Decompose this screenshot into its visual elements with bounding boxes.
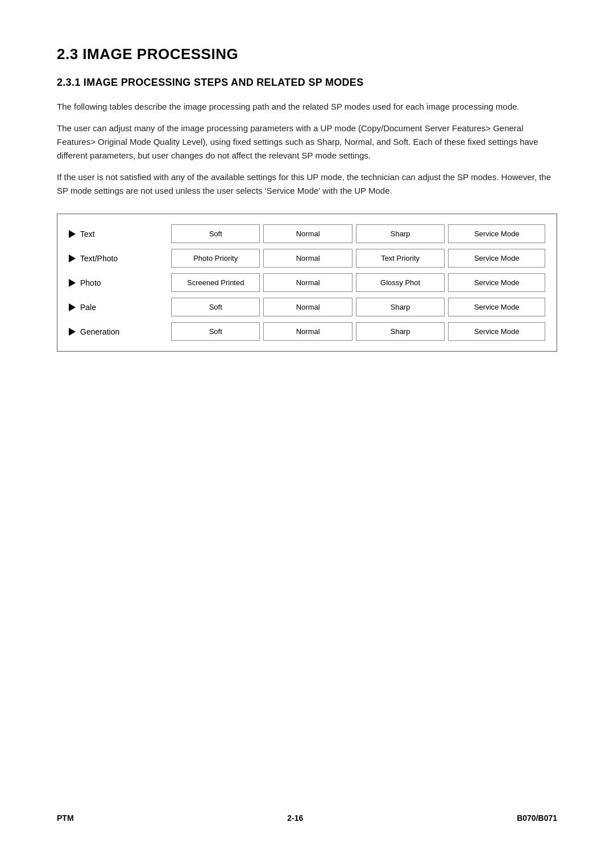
cell-col3: Sharp	[356, 224, 445, 243]
page-footer: PTM 2-16 B070/B071	[57, 791, 557, 823]
cell-col1: Soft	[171, 224, 260, 243]
cell-col2: Normal	[263, 298, 352, 316]
table-row: Text/Photo Photo Priority Normal Text Pr…	[69, 249, 545, 268]
cell-col1: Soft	[171, 322, 260, 341]
cell-col4: Service Mode	[448, 224, 545, 243]
cell-col4: Service Mode	[448, 273, 545, 292]
mode-label: Photo	[80, 278, 101, 287]
mode-table: Text Soft Normal Sharp Service Mode Text…	[57, 214, 557, 352]
cell-col1: Screened Printed	[171, 273, 260, 292]
footer-center: 2-16	[287, 813, 303, 823]
arrow-icon	[69, 303, 76, 311]
cell-col3: Sharp	[356, 298, 445, 316]
cell-col2: Normal	[263, 249, 352, 268]
mode-label-cell: Generation	[69, 327, 171, 336]
page-container: 2.3 IMAGE PROCESSING 2.3.1 IMAGE PROCESS…	[0, 0, 614, 868]
cell-col2: Normal	[263, 322, 352, 341]
arrow-icon	[69, 328, 76, 336]
mode-label: Pale	[80, 303, 96, 312]
cell-col4: Service Mode	[448, 298, 545, 316]
cell-col3: Text Priority	[356, 249, 445, 268]
subsection-title: 2.3.1 IMAGE PROCESSING STEPS AND RELATED…	[57, 77, 557, 89]
mode-label: Text	[80, 229, 95, 239]
table-row: Photo Screened Printed Normal Glossy Pho…	[69, 273, 545, 292]
mode-cells: Soft Normal Sharp Service Mode	[171, 298, 545, 316]
cell-col1: Soft	[171, 298, 260, 316]
section-title: 2.3 IMAGE PROCESSING	[57, 45, 557, 63]
cell-col2: Normal	[263, 224, 352, 243]
mode-label-cell: Pale	[69, 303, 171, 312]
table-row: Generation Soft Normal Sharp Service Mod…	[69, 322, 545, 341]
cell-col3: Glossy Phot	[356, 273, 445, 292]
cell-col3: Sharp	[356, 322, 445, 341]
table-row: Text Soft Normal Sharp Service Mode	[69, 224, 545, 243]
mode-cells: Photo Priority Normal Text Priority Serv…	[171, 249, 545, 268]
main-content: 2.3 IMAGE PROCESSING 2.3.1 IMAGE PROCESS…	[57, 45, 557, 791]
paragraph-1: The following tables describe the image …	[57, 100, 557, 114]
paragraph-3: If the user is not satisfied with any of…	[57, 170, 557, 198]
footer-left: PTM	[57, 813, 74, 823]
mode-label-cell: Text	[69, 229, 171, 239]
arrow-icon	[69, 254, 76, 262]
cell-col4: Service Mode	[448, 322, 545, 341]
arrow-icon	[69, 279, 76, 287]
mode-cells: Screened Printed Normal Glossy Phot Serv…	[171, 273, 545, 292]
cell-col2: Normal	[263, 273, 352, 292]
arrow-icon	[69, 230, 76, 238]
cell-col4: Service Mode	[448, 249, 545, 268]
mode-label-cell: Photo	[69, 278, 171, 287]
paragraph-2: The user can adjust many of the image pr…	[57, 122, 557, 162]
mode-cells: Soft Normal Sharp Service Mode	[171, 322, 545, 341]
mode-label: Text/Photo	[80, 254, 118, 263]
mode-label-cell: Text/Photo	[69, 254, 171, 263]
mode-cells: Soft Normal Sharp Service Mode	[171, 224, 545, 243]
mode-label: Generation	[80, 327, 119, 336]
table-row: Pale Soft Normal Sharp Service Mode	[69, 298, 545, 316]
cell-col1: Photo Priority	[171, 249, 260, 268]
footer-right: B070/B071	[517, 813, 557, 823]
